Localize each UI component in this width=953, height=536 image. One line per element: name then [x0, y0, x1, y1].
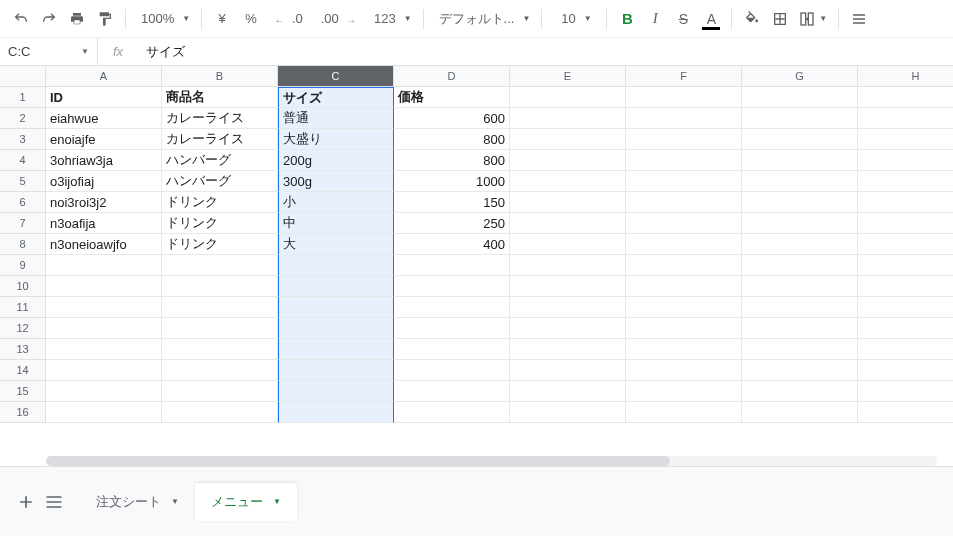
print-button[interactable] [64, 6, 90, 32]
row-header-14[interactable]: 14 [0, 360, 46, 381]
column-header-F[interactable]: F [626, 66, 742, 87]
row-header-11[interactable]: 11 [0, 297, 46, 318]
cell-B4[interactable]: ハンバーグ [162, 150, 278, 171]
cell-E6[interactable] [510, 192, 626, 213]
cell-A11[interactable] [46, 297, 162, 318]
formula-input[interactable] [138, 38, 953, 65]
cell-F12[interactable] [626, 318, 742, 339]
cell-G6[interactable] [742, 192, 858, 213]
undo-button[interactable] [8, 6, 34, 32]
cell-A16[interactable] [46, 402, 162, 423]
cell-D7[interactable]: 250 [394, 213, 510, 234]
cell-H3[interactable] [858, 129, 953, 150]
cell-D6[interactable]: 150 [394, 192, 510, 213]
cell-E5[interactable] [510, 171, 626, 192]
cell-A3[interactable]: enoiajfe [46, 129, 162, 150]
cell-G13[interactable] [742, 339, 858, 360]
cell-G5[interactable] [742, 171, 858, 192]
cell-E14[interactable] [510, 360, 626, 381]
cell-C5[interactable]: 300g [278, 171, 394, 192]
row-header-2[interactable]: 2 [0, 108, 46, 129]
cell-H6[interactable] [858, 192, 953, 213]
cell-F11[interactable] [626, 297, 742, 318]
sheet-tab-menu[interactable]: メニュー ▼ [195, 483, 297, 521]
cell-B2[interactable]: カレーライス [162, 108, 278, 129]
cell-E10[interactable] [510, 276, 626, 297]
cell-G12[interactable] [742, 318, 858, 339]
cell-C4[interactable]: 200g [278, 150, 394, 171]
cell-D8[interactable]: 400 [394, 234, 510, 255]
cell-E15[interactable] [510, 381, 626, 402]
cell-E2[interactable] [510, 108, 626, 129]
cell-F13[interactable] [626, 339, 742, 360]
cell-C16[interactable] [278, 402, 394, 423]
cell-A6[interactable]: noi3roi3j2 [46, 192, 162, 213]
cell-H5[interactable] [858, 171, 953, 192]
italic-button[interactable]: I [642, 6, 668, 32]
cell-C3[interactable]: 大盛り [278, 129, 394, 150]
cell-B13[interactable] [162, 339, 278, 360]
cell-E13[interactable] [510, 339, 626, 360]
cell-E9[interactable] [510, 255, 626, 276]
cell-E7[interactable] [510, 213, 626, 234]
sheet-tab-orders[interactable]: 注文シート ▼ [80, 483, 195, 521]
cell-F1[interactable] [626, 87, 742, 108]
cell-E8[interactable] [510, 234, 626, 255]
cell-C10[interactable] [278, 276, 394, 297]
cell-C15[interactable] [278, 381, 394, 402]
cell-E12[interactable] [510, 318, 626, 339]
cell-C14[interactable] [278, 360, 394, 381]
cell-F10[interactable] [626, 276, 742, 297]
cell-G10[interactable] [742, 276, 858, 297]
row-header-12[interactable]: 12 [0, 318, 46, 339]
cell-B3[interactable]: カレーライス [162, 129, 278, 150]
cell-D9[interactable] [394, 255, 510, 276]
cell-D16[interactable] [394, 402, 510, 423]
column-header-A[interactable]: A [46, 66, 162, 87]
strikethrough-button[interactable]: S [670, 6, 696, 32]
column-header-G[interactable]: G [742, 66, 858, 87]
zoom-dropdown[interactable]: 100%▼ [133, 6, 194, 32]
decrease-decimal-button[interactable]: ←.0 [267, 6, 311, 32]
cell-F8[interactable] [626, 234, 742, 255]
cell-D15[interactable] [394, 381, 510, 402]
cell-F16[interactable] [626, 402, 742, 423]
row-header-16[interactable]: 16 [0, 402, 46, 423]
row-header-8[interactable]: 8 [0, 234, 46, 255]
cell-C13[interactable] [278, 339, 394, 360]
cell-C9[interactable] [278, 255, 394, 276]
cell-A5[interactable]: o3ijofiaj [46, 171, 162, 192]
cell-B9[interactable] [162, 255, 278, 276]
cell-D12[interactable] [394, 318, 510, 339]
row-header-4[interactable]: 4 [0, 150, 46, 171]
cell-A13[interactable] [46, 339, 162, 360]
cell-D3[interactable]: 800 [394, 129, 510, 150]
row-header-9[interactable]: 9 [0, 255, 46, 276]
font-size-dropdown[interactable]: 10▼ [549, 6, 599, 32]
row-header-3[interactable]: 3 [0, 129, 46, 150]
increase-decimal-button[interactable]: .00→ [313, 6, 364, 32]
cell-D14[interactable] [394, 360, 510, 381]
cell-F5[interactable] [626, 171, 742, 192]
align-button[interactable] [846, 6, 872, 32]
cell-G8[interactable] [742, 234, 858, 255]
cell-G3[interactable] [742, 129, 858, 150]
cell-E3[interactable] [510, 129, 626, 150]
cell-A12[interactable] [46, 318, 162, 339]
cell-H8[interactable] [858, 234, 953, 255]
paint-format-button[interactable] [92, 6, 118, 32]
borders-button[interactable] [767, 6, 793, 32]
cell-H11[interactable] [858, 297, 953, 318]
cell-F6[interactable] [626, 192, 742, 213]
cell-A10[interactable] [46, 276, 162, 297]
cell-F3[interactable] [626, 129, 742, 150]
bold-button[interactable]: B [614, 6, 640, 32]
cell-A7[interactable]: n3oafija [46, 213, 162, 234]
cell-E4[interactable] [510, 150, 626, 171]
cell-D4[interactable]: 800 [394, 150, 510, 171]
name-box[interactable]: C:C ▼ [0, 38, 98, 65]
column-header-D[interactable]: D [394, 66, 510, 87]
redo-button[interactable] [36, 6, 62, 32]
scrollbar-thumb[interactable] [46, 456, 670, 466]
cell-H4[interactable] [858, 150, 953, 171]
